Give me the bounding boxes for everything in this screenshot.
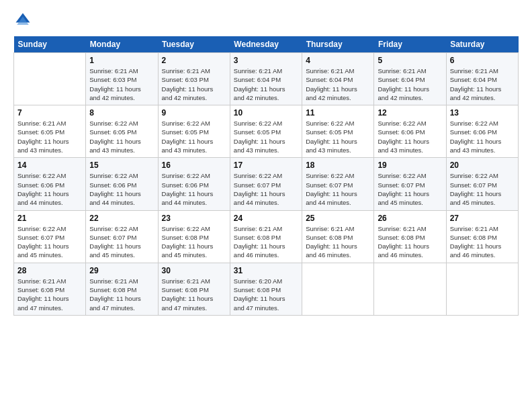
calendar-cell: 9Sunrise: 6:22 AM Sunset: 6:05 PM Daylig… (158, 105, 230, 158)
cell-info: Sunrise: 6:22 AM Sunset: 6:05 PM Dayligh… (306, 119, 370, 154)
header-day: Thursday (302, 36, 374, 53)
calendar-cell: 21Sunrise: 6:22 AM Sunset: 6:07 PM Dayli… (14, 210, 86, 263)
cell-info: Sunrise: 6:21 AM Sunset: 6:03 PM Dayligh… (162, 66, 226, 102)
day-number: 21 (17, 214, 82, 223)
day-number: 16 (162, 161, 226, 170)
cell-info: Sunrise: 6:22 AM Sunset: 6:08 PM Dayligh… (162, 224, 226, 260)
day-number: 17 (234, 161, 298, 170)
calendar-cell: 5Sunrise: 6:21 AM Sunset: 6:04 PM Daylig… (374, 53, 446, 105)
cell-info: Sunrise: 6:22 AM Sunset: 6:07 PM Dayligh… (17, 224, 82, 260)
cell-info: Sunrise: 6:22 AM Sunset: 6:06 PM Dayligh… (378, 119, 442, 154)
header-day: Saturday (446, 36, 518, 53)
day-number: 4 (306, 56, 370, 65)
day-number: 3 (234, 56, 298, 65)
calendar-cell: 13Sunrise: 6:22 AM Sunset: 6:06 PM Dayli… (446, 105, 518, 158)
day-number: 25 (306, 214, 370, 223)
cell-info: Sunrise: 6:21 AM Sunset: 6:04 PM Dayligh… (378, 66, 442, 102)
cell-info: Sunrise: 6:21 AM Sunset: 6:08 PM Dayligh… (162, 277, 226, 312)
cell-info: Sunrise: 6:21 AM Sunset: 6:08 PM Dayligh… (234, 224, 298, 260)
day-number: 29 (89, 266, 154, 275)
header-day: Sunday (14, 36, 86, 53)
cell-info: Sunrise: 6:21 AM Sunset: 6:04 PM Dayligh… (234, 66, 298, 102)
calendar-cell: 24Sunrise: 6:21 AM Sunset: 6:08 PM Dayli… (230, 210, 302, 263)
day-number: 13 (450, 108, 515, 118)
header-day: Friday (374, 36, 446, 53)
cell-info: Sunrise: 6:22 AM Sunset: 6:06 PM Dayligh… (89, 171, 154, 207)
cell-info: Sunrise: 6:21 AM Sunset: 6:08 PM Dayligh… (17, 277, 82, 312)
cell-info: Sunrise: 6:22 AM Sunset: 6:07 PM Dayligh… (378, 171, 442, 207)
calendar-row: 7Sunrise: 6:21 AM Sunset: 6:05 PM Daylig… (14, 105, 519, 158)
calendar-cell: 8Sunrise: 6:22 AM Sunset: 6:05 PM Daylig… (86, 105, 158, 158)
calendar-cell: 31Sunrise: 6:20 AM Sunset: 6:08 PM Dayli… (230, 263, 302, 315)
calendar-cell: 22Sunrise: 6:22 AM Sunset: 6:07 PM Dayli… (86, 210, 158, 263)
calendar-row: 28Sunrise: 6:21 AM Sunset: 6:08 PM Dayli… (14, 263, 519, 315)
calendar-cell: 16Sunrise: 6:22 AM Sunset: 6:06 PM Dayli… (158, 158, 230, 210)
cell-info: Sunrise: 6:22 AM Sunset: 6:05 PM Dayligh… (162, 119, 226, 154)
logo-icon (13, 11, 32, 30)
header (13, 11, 519, 30)
calendar-cell (374, 263, 446, 315)
day-number: 6 (450, 56, 515, 65)
day-number: 28 (17, 266, 82, 275)
day-number: 7 (17, 108, 82, 118)
day-number: 24 (234, 214, 298, 223)
calendar-cell: 27Sunrise: 6:21 AM Sunset: 6:08 PM Dayli… (446, 210, 518, 263)
day-number: 26 (378, 214, 442, 223)
header-row: SundayMondayTuesdayWednesdayThursdayFrid… (14, 36, 519, 53)
calendar-cell: 29Sunrise: 6:21 AM Sunset: 6:08 PM Dayli… (86, 263, 158, 315)
day-number: 2 (162, 56, 226, 65)
day-number: 20 (450, 161, 515, 170)
day-number: 19 (378, 161, 442, 170)
cell-info: Sunrise: 6:22 AM Sunset: 6:06 PM Dayligh… (450, 119, 515, 154)
header-day: Tuesday (158, 36, 230, 53)
calendar-cell: 17Sunrise: 6:22 AM Sunset: 6:07 PM Dayli… (230, 158, 302, 210)
day-number: 8 (89, 108, 154, 118)
calendar-cell: 12Sunrise: 6:22 AM Sunset: 6:06 PM Dayli… (374, 105, 446, 158)
cell-info: Sunrise: 6:22 AM Sunset: 6:07 PM Dayligh… (450, 171, 515, 207)
cell-info: Sunrise: 6:22 AM Sunset: 6:07 PM Dayligh… (306, 171, 370, 207)
calendar-cell: 1Sunrise: 6:21 AM Sunset: 6:03 PM Daylig… (86, 53, 158, 105)
day-number: 9 (162, 108, 226, 118)
calendar-row: 21Sunrise: 6:22 AM Sunset: 6:07 PM Dayli… (14, 210, 519, 263)
calendar-cell (446, 263, 518, 315)
cell-info: Sunrise: 6:21 AM Sunset: 6:04 PM Dayligh… (450, 66, 515, 102)
calendar-row: 14Sunrise: 6:22 AM Sunset: 6:06 PM Dayli… (14, 158, 519, 210)
calendar-cell: 14Sunrise: 6:22 AM Sunset: 6:06 PM Dayli… (14, 158, 86, 210)
calendar-cell (14, 53, 86, 105)
calendar-row: 1Sunrise: 6:21 AM Sunset: 6:03 PM Daylig… (14, 53, 519, 105)
day-number: 22 (89, 214, 154, 223)
cell-info: Sunrise: 6:21 AM Sunset: 6:08 PM Dayligh… (89, 277, 154, 312)
cell-info: Sunrise: 6:21 AM Sunset: 6:08 PM Dayligh… (306, 224, 370, 260)
cell-info: Sunrise: 6:21 AM Sunset: 6:08 PM Dayligh… (450, 224, 515, 260)
calendar-cell (302, 263, 374, 315)
calendar-cell: 15Sunrise: 6:22 AM Sunset: 6:06 PM Dayli… (86, 158, 158, 210)
cell-info: Sunrise: 6:22 AM Sunset: 6:07 PM Dayligh… (234, 171, 298, 207)
cell-info: Sunrise: 6:21 AM Sunset: 6:03 PM Dayligh… (89, 66, 154, 102)
calendar-cell: 28Sunrise: 6:21 AM Sunset: 6:08 PM Dayli… (14, 263, 86, 315)
day-number: 31 (234, 266, 298, 275)
day-number: 30 (162, 266, 226, 275)
day-number: 27 (450, 214, 515, 223)
cell-info: Sunrise: 6:22 AM Sunset: 6:06 PM Dayligh… (17, 171, 82, 207)
cell-info: Sunrise: 6:21 AM Sunset: 6:05 PM Dayligh… (17, 119, 82, 154)
calendar-cell: 3Sunrise: 6:21 AM Sunset: 6:04 PM Daylig… (230, 53, 302, 105)
day-number: 11 (306, 108, 370, 118)
day-number: 23 (162, 214, 226, 223)
calendar-table: SundayMondayTuesdayWednesdayThursdayFrid… (13, 36, 519, 316)
cell-info: Sunrise: 6:22 AM Sunset: 6:05 PM Dayligh… (89, 119, 154, 154)
cell-info: Sunrise: 6:22 AM Sunset: 6:05 PM Dayligh… (234, 119, 298, 154)
cell-info: Sunrise: 6:20 AM Sunset: 6:08 PM Dayligh… (234, 277, 298, 312)
day-number: 18 (306, 161, 370, 170)
calendar-cell: 4Sunrise: 6:21 AM Sunset: 6:04 PM Daylig… (302, 53, 374, 105)
calendar-cell: 7Sunrise: 6:21 AM Sunset: 6:05 PM Daylig… (14, 105, 86, 158)
cell-info: Sunrise: 6:22 AM Sunset: 6:06 PM Dayligh… (162, 171, 226, 207)
day-number: 15 (89, 161, 154, 170)
header-day: Monday (86, 36, 158, 53)
calendar-cell: 6Sunrise: 6:21 AM Sunset: 6:04 PM Daylig… (446, 53, 518, 105)
calendar-cell: 30Sunrise: 6:21 AM Sunset: 6:08 PM Dayli… (158, 263, 230, 315)
day-number: 12 (378, 108, 442, 118)
cell-info: Sunrise: 6:22 AM Sunset: 6:07 PM Dayligh… (89, 224, 154, 260)
calendar-cell: 23Sunrise: 6:22 AM Sunset: 6:08 PM Dayli… (158, 210, 230, 263)
page: SundayMondayTuesdayWednesdayThursdayFrid… (0, 0, 532, 411)
calendar-cell: 2Sunrise: 6:21 AM Sunset: 6:03 PM Daylig… (158, 53, 230, 105)
